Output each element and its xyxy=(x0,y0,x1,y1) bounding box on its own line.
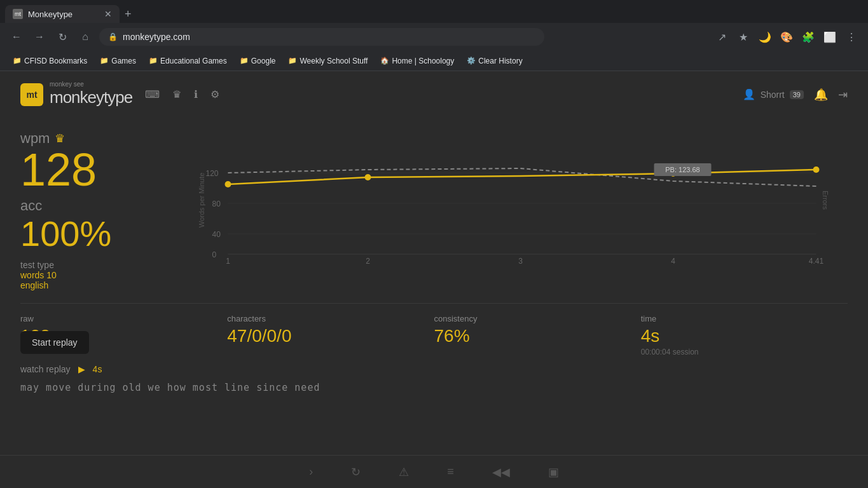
page-content: mt monkey see monkeytype ⌨ ♛ ℹ ⚙ 👤 Shorr… xyxy=(0,71,868,488)
pb-text: PB: 123.68 xyxy=(665,166,699,173)
extension-1-button[interactable]: 🌙 xyxy=(756,28,774,46)
address-bar[interactable]: 🔒 monkeytype.com xyxy=(99,28,544,46)
start-replay-tooltip: Start replay xyxy=(20,331,89,354)
time-label: time xyxy=(641,314,832,323)
logo: mt monkey see monkeytype xyxy=(20,81,132,107)
home-button[interactable]: ⌂ xyxy=(76,28,94,46)
logo-tagline: monkey see xyxy=(50,81,132,88)
bookmark-label: Weekly School Stuff xyxy=(300,57,368,65)
logo-box: mt xyxy=(20,83,43,106)
crown-icon: ♛ xyxy=(55,132,65,146)
next-test-button[interactable]: › xyxy=(309,465,313,478)
folder-icon: 📁 xyxy=(100,57,109,65)
chart-svg: 0 40 80 120 Words per Minute Errors 1 xyxy=(181,130,848,264)
folder-icon: 📁 xyxy=(240,57,249,65)
retry-button[interactable]: ↻ xyxy=(351,465,361,479)
consistency-stat: consistency 76% xyxy=(434,314,641,356)
tab-title: Monkeytype xyxy=(28,10,72,19)
bookmark-educational-games[interactable]: 📁 Educational Games xyxy=(144,55,232,67)
logout-icon[interactable]: ⇥ xyxy=(838,88,848,102)
wpm-dot xyxy=(813,166,820,173)
keyboard-icon[interactable]: ⌨ xyxy=(145,88,160,100)
share-button[interactable]: ↗ xyxy=(713,28,731,46)
browser-controls: ← → ↻ ⌂ 🔒 monkeytype.com ↗ ★ 🌙 🎨 🧩 ⬜ ⋮ xyxy=(0,23,868,51)
browser-chrome: mt Monkeytype ✕ + ← → ↻ ⌂ 🔒 monkeytype.c… xyxy=(0,0,868,71)
bookmark-button[interactable]: ★ xyxy=(734,28,752,46)
bookmark-clear-history[interactable]: ⚙️ Clear History xyxy=(462,55,527,67)
crown-nav-icon[interactable]: ♛ xyxy=(172,88,181,100)
wpm-value: 128 xyxy=(20,147,160,193)
test-type-label: test type xyxy=(20,260,160,270)
profile-button[interactable]: ⬜ xyxy=(821,28,839,46)
time-value: 4s xyxy=(641,326,832,346)
bookmark-games[interactable]: 📁 Games xyxy=(95,55,141,67)
play-button[interactable]: ▶ xyxy=(78,364,85,374)
replay-back-button[interactable]: ◀◀ xyxy=(492,465,510,479)
test-type-line2: english xyxy=(20,280,160,290)
bookmark-schoology[interactable]: 🏠 Home | Schoology xyxy=(375,55,459,67)
bookmark-label: Clear History xyxy=(478,57,522,65)
bookmark-weekly[interactable]: 📁 Weekly School Stuff xyxy=(283,55,373,67)
username: Shorrt xyxy=(761,90,785,100)
logo-text: monkey see monkeytype xyxy=(50,81,132,107)
svg-text:80: 80 xyxy=(212,200,221,208)
characters-value: 47/0/0/0 xyxy=(227,326,418,346)
characters-label: characters xyxy=(227,314,418,323)
user-level-badge: 39 xyxy=(790,90,804,99)
bookmark-label: Home | Schoology xyxy=(392,57,454,65)
avg-line xyxy=(228,168,816,186)
extensions-button[interactable]: 🧩 xyxy=(799,28,817,46)
svg-text:4: 4 xyxy=(671,257,675,264)
stats-chart-row: wpm ♛ 128 acc 100% test type words 10 en… xyxy=(20,130,848,290)
svg-text:1: 1 xyxy=(226,257,230,264)
screenshot-button[interactable]: ▣ xyxy=(548,465,559,479)
notification-icon[interactable]: 🔔 xyxy=(814,88,828,102)
lock-icon: 🔒 xyxy=(108,32,118,41)
svg-text:40: 40 xyxy=(212,230,221,239)
wpm-dot xyxy=(365,174,371,180)
home-icon: 🏠 xyxy=(380,57,389,65)
back-button[interactable]: ← xyxy=(8,28,25,46)
wpm-chart: 0 40 80 120 Words per Minute Errors 1 xyxy=(181,130,848,264)
consistency-label: consistency xyxy=(434,314,626,323)
replay-tooltip-container: watch replay Start replay xyxy=(20,364,71,374)
info-icon[interactable]: ℹ xyxy=(194,88,198,100)
bookmark-google[interactable]: 📁 Google xyxy=(235,55,281,67)
user-avatar-icon: 👤 xyxy=(743,88,755,100)
user-info: 👤 Shorrt 39 xyxy=(743,88,804,100)
words-display: may move during old we how most line sin… xyxy=(20,382,848,393)
svg-text:0: 0 xyxy=(212,250,217,259)
tab-close-button[interactable]: ✕ xyxy=(104,9,112,19)
time-stat: time 4s 00:00:04 session xyxy=(641,314,848,356)
active-tab[interactable]: mt Monkeytype ✕ xyxy=(5,5,120,23)
wpm-line xyxy=(228,170,816,184)
forward-button[interactable]: → xyxy=(31,28,48,46)
session-time: 00:00:04 session xyxy=(641,348,832,356)
menu-button[interactable]: ⋮ xyxy=(843,28,860,46)
consistency-value: 76% xyxy=(434,326,626,346)
extension-2-button[interactable]: 🎨 xyxy=(778,28,796,46)
report-button[interactable]: ⚠ xyxy=(399,465,409,479)
tab-favicon: mt xyxy=(13,9,23,19)
menu-button[interactable]: ≡ xyxy=(447,465,454,478)
acc-label: acc xyxy=(20,198,160,214)
folder-icon: 📁 xyxy=(288,57,297,65)
url-text: monkeytype.com xyxy=(123,32,190,42)
svg-text:120: 120 xyxy=(206,169,219,178)
bookmark-cfisd[interactable]: 📁 CFISD Bookmarks xyxy=(8,55,92,67)
header-right: 👤 Shorrt 39 🔔 ⇥ xyxy=(743,88,848,102)
replay-duration: 4s xyxy=(93,364,102,374)
bottom-toolbar: › ↻ ⚠ ≡ ◀◀ ▣ xyxy=(0,455,868,488)
settings-icon: ⚙️ xyxy=(467,57,476,65)
svg-text:4.41: 4.41 xyxy=(809,257,824,264)
settings-icon[interactable]: ⚙ xyxy=(210,88,219,100)
raw-label: raw xyxy=(20,314,212,323)
characters-stat: characters 47/0/0/0 xyxy=(227,314,434,356)
bookmark-label: Games xyxy=(111,57,136,65)
reload-button[interactable]: ↻ xyxy=(53,28,71,46)
watch-replay-label: watch replay xyxy=(20,364,71,374)
replay-section: watch replay Start replay ▶ 4s xyxy=(20,364,848,374)
bottom-stats-row: raw 128 characters 47/0/0/0 consistency … xyxy=(20,303,848,356)
new-tab-button[interactable]: + xyxy=(120,8,137,21)
main-content: wpm ♛ 128 acc 100% test type words 10 en… xyxy=(0,118,868,406)
